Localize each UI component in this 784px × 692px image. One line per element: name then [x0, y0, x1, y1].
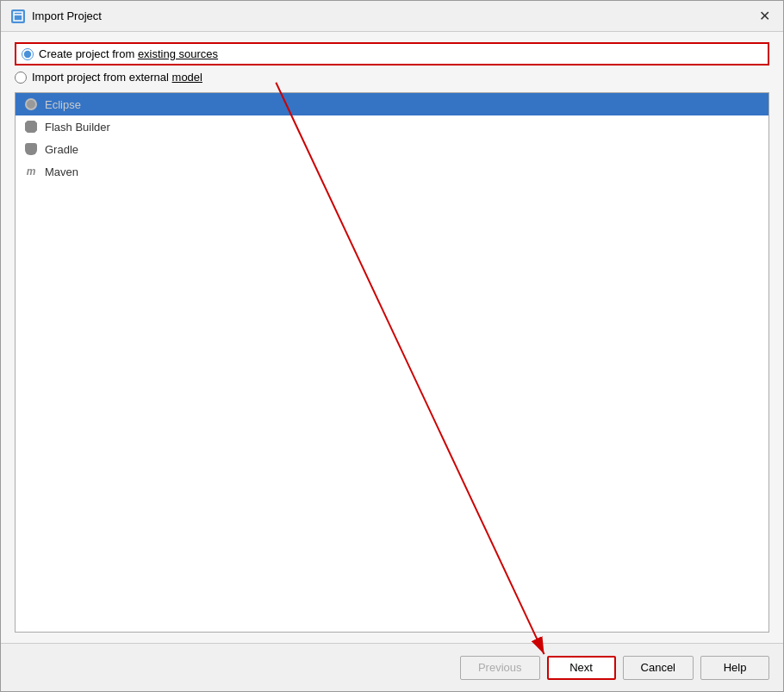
title-bar: Import Project ✕ — [1, 1, 783, 32]
window-icon — [11, 9, 25, 23]
create-project-radio[interactable] — [22, 48, 34, 60]
window-title: Import Project — [32, 9, 102, 22]
model-list[interactable]: Eclipse Flash Builder Gradle m — [15, 92, 769, 633]
cancel-button[interactable]: Cancel — [623, 656, 694, 680]
import-project-dialog: Import Project ✕ Create project from exi… — [0, 0, 784, 692]
flash-builder-icon — [24, 120, 38, 134]
maven-icon: m — [24, 165, 38, 178]
gradle-label: Gradle — [45, 143, 78, 156]
list-item-gradle[interactable]: Gradle — [16, 138, 768, 160]
content-area: Create project from existing sources Imp… — [1, 32, 783, 643]
list-item-eclipse[interactable]: Eclipse — [16, 93, 768, 115]
existing-sources-underline: existing sources — [138, 47, 218, 60]
title-bar-left: Import Project — [11, 9, 102, 23]
list-item-maven[interactable]: m Maven — [16, 160, 768, 183]
list-item-flash-builder[interactable]: Flash Builder — [16, 115, 768, 138]
import-project-option[interactable]: Import project from external model — [15, 71, 769, 84]
svg-rect-0 — [14, 12, 22, 21]
import-project-label: Import project from external model — [32, 71, 202, 84]
flash-builder-label: Flash Builder — [45, 121, 110, 134]
maven-label: Maven — [45, 165, 78, 178]
import-project-radio[interactable] — [15, 72, 27, 84]
previous-button[interactable]: Previous — [460, 656, 540, 680]
create-project-label: Create project from existing sources — [39, 47, 218, 60]
radio-group: Create project from existing sources Imp… — [15, 42, 769, 84]
model-underline: model — [172, 71, 202, 84]
eclipse-label: Eclipse — [45, 98, 81, 111]
eclipse-icon — [24, 97, 38, 111]
create-project-option[interactable]: Create project from existing sources — [15, 42, 769, 65]
footer: Previous Next Cancel Help — [1, 643, 783, 691]
gradle-icon — [24, 142, 38, 156]
help-button[interactable]: Help — [700, 656, 769, 680]
close-button[interactable]: ✕ — [756, 8, 773, 25]
next-button[interactable]: Next — [547, 656, 616, 680]
